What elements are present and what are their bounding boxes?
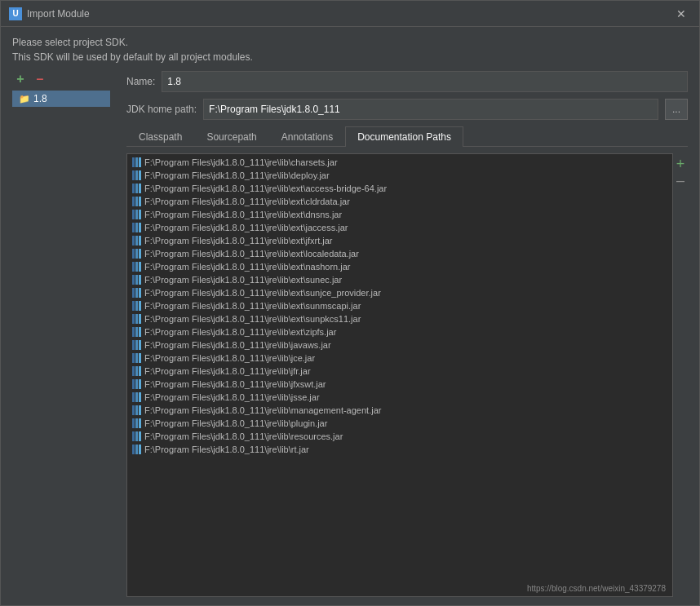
import-module-dialog: U Import Module ✕ Please select project …: [0, 0, 700, 606]
file-path: F:\Program Files\jdk1.8.0_111\jre\lib\ex…: [144, 184, 387, 193]
file-item: F:\Program Files\jdk1.8.0_111\jre\lib\ex…: [127, 221, 672, 234]
jar-icon: [132, 223, 141, 232]
list-remove-button[interactable]: –: [673, 173, 688, 188]
file-item: F:\Program Files\jdk1.8.0_111\jre\lib\ch…: [127, 156, 672, 169]
description-text: Please select project SDK. This SDK will…: [12, 35, 688, 64]
jdk-label: JDK home path:: [126, 104, 197, 115]
file-path: F:\Program Files\jdk1.8.0_111\jre\lib\ex…: [144, 262, 351, 272]
jar-icon: [132, 405, 141, 415]
remove-sdk-button[interactable]: –: [32, 71, 48, 87]
browse-button[interactable]: ...: [665, 99, 688, 120]
jar-icon: [132, 275, 141, 285]
tabs-row: Classpath Sourcepath Annotations Documen…: [126, 126, 688, 147]
file-item: F:\Program Files\jdk1.8.0_111\jre\lib\jf…: [127, 365, 672, 378]
jar-icon: [132, 157, 141, 167]
file-item: F:\Program Files\jdk1.8.0_111\jre\lib\ex…: [127, 234, 672, 247]
file-item: F:\Program Files\jdk1.8.0_111\jre\lib\re…: [127, 430, 672, 443]
dialog-title: Import Module: [27, 8, 90, 20]
jar-icon: [132, 262, 141, 272]
file-path: F:\Program Files\jdk1.8.0_111\jre\lib\ex…: [144, 223, 348, 232]
tab-annotations[interactable]: Annotations: [269, 126, 345, 147]
app-icon: U: [9, 7, 22, 20]
file-item: F:\Program Files\jdk1.8.0_111\jre\lib\ex…: [127, 312, 672, 325]
file-path: F:\Program Files\jdk1.8.0_111\jre\lib\ex…: [144, 314, 361, 324]
file-path: F:\Program Files\jdk1.8.0_111\jre\lib\js…: [144, 392, 320, 402]
jdk-path-input[interactable]: [203, 99, 658, 120]
jar-icon: [132, 301, 141, 311]
jar-icon: [132, 418, 141, 428]
jar-icon: [132, 170, 141, 180]
title-bar-left: U Import Module: [9, 7, 90, 20]
file-path: F:\Program Files\jdk1.8.0_111\jre\lib\de…: [144, 170, 330, 180]
jdk-path-row: JDK home path: ...: [126, 99, 688, 120]
name-label: Name:: [126, 76, 155, 87]
file-item: F:\Program Files\jdk1.8.0_111\jre\lib\pl…: [127, 417, 672, 430]
jar-icon: [132, 249, 141, 259]
file-list-section: F:\Program Files\jdk1.8.0_111\jre\lib\ch…: [126, 153, 688, 597]
close-button[interactable]: ✕: [671, 6, 691, 22]
title-bar: U Import Module ✕: [1, 1, 699, 27]
side-buttons: + –: [673, 153, 688, 597]
jar-icon: [132, 431, 141, 441]
file-item: F:\Program Files\jdk1.8.0_111\jre\lib\rt…: [127, 443, 672, 456]
file-item: F:\Program Files\jdk1.8.0_111\jre\lib\ex…: [127, 286, 672, 299]
file-item: F:\Program Files\jdk1.8.0_111\jre\lib\jf…: [127, 378, 672, 391]
file-path: F:\Program Files\jdk1.8.0_111\jre\lib\ex…: [144, 301, 361, 311]
jar-icon: [132, 379, 141, 389]
tab-sourcepath[interactable]: Sourcepath: [194, 126, 268, 147]
file-list-container[interactable]: F:\Program Files\jdk1.8.0_111\jre\lib\ch…: [126, 153, 673, 597]
name-input[interactable]: [162, 71, 688, 92]
file-list: F:\Program Files\jdk1.8.0_111\jre\lib\ch…: [127, 154, 672, 458]
jar-icon: [132, 353, 141, 363]
jar-icon: [132, 366, 141, 376]
dialog-body: Please select project SDK. This SDK will…: [1, 27, 699, 605]
file-path: F:\Program Files\jdk1.8.0_111\jre\lib\ja…: [144, 340, 331, 350]
list-add-button[interactable]: +: [673, 157, 688, 171]
jar-icon: [132, 445, 141, 454]
file-item: F:\Program Files\jdk1.8.0_111\jre\lib\ja…: [127, 338, 672, 352]
jar-icon: [132, 288, 141, 298]
file-path: F:\Program Files\jdk1.8.0_111\jre\lib\jf…: [144, 379, 326, 389]
file-item: F:\Program Files\jdk1.8.0_111\jre\lib\ex…: [127, 325, 672, 338]
content-area: + – 📁 1.8 Name: JDK home path:: [12, 71, 688, 597]
file-item: F:\Program Files\jdk1.8.0_111\jre\lib\ex…: [127, 299, 672, 312]
name-row: Name:: [126, 71, 688, 92]
file-path: F:\Program Files\jdk1.8.0_111\jre\lib\ex…: [144, 210, 342, 219]
jar-icon: [132, 327, 141, 337]
jar-icon: [132, 314, 141, 324]
file-item: F:\Program Files\jdk1.8.0_111\jre\lib\ex…: [127, 182, 672, 195]
file-item: F:\Program Files\jdk1.8.0_111\jre\lib\jc…: [127, 352, 672, 365]
jar-icon: [132, 210, 141, 219]
file-path: F:\Program Files\jdk1.8.0_111\jre\lib\ex…: [144, 249, 359, 259]
file-path: F:\Program Files\jdk1.8.0_111\jre\lib\ex…: [144, 327, 336, 337]
sdk-name: 1.8: [33, 93, 47, 104]
jar-icon: [132, 184, 141, 193]
jar-icon: [132, 340, 141, 350]
sdk-folder-icon: 📁: [19, 94, 30, 104]
watermark: https://blog.csdn.net/weixin_43379278: [527, 584, 666, 593]
file-path: F:\Program Files\jdk1.8.0_111\jre\lib\re…: [144, 431, 343, 441]
file-path: F:\Program Files\jdk1.8.0_111\jre\lib\ma…: [144, 405, 381, 415]
file-item: F:\Program Files\jdk1.8.0_111\jre\lib\ex…: [127, 208, 672, 221]
file-path: F:\Program Files\jdk1.8.0_111\jre\lib\pl…: [144, 418, 327, 428]
file-item: F:\Program Files\jdk1.8.0_111\jre\lib\js…: [127, 391, 672, 404]
file-item: F:\Program Files\jdk1.8.0_111\jre\lib\de…: [127, 169, 672, 182]
jar-icon: [132, 236, 141, 245]
left-panel: + – 📁 1.8: [12, 71, 118, 597]
sdk-list-item[interactable]: 📁 1.8: [12, 91, 110, 107]
tab-classpath[interactable]: Classpath: [126, 126, 194, 147]
file-path: F:\Program Files\jdk1.8.0_111\jre\lib\ex…: [144, 197, 350, 206]
file-path: F:\Program Files\jdk1.8.0_111\jre\lib\jf…: [144, 366, 311, 376]
sdk-toolbar: + –: [12, 71, 118, 87]
jar-icon: [132, 197, 141, 206]
file-item: F:\Program Files\jdk1.8.0_111\jre\lib\ex…: [127, 247, 672, 260]
file-path: F:\Program Files\jdk1.8.0_111\jre\lib\ch…: [144, 157, 338, 167]
tab-documentation-paths[interactable]: Documentation Paths: [345, 126, 463, 147]
file-path: F:\Program Files\jdk1.8.0_111\jre\lib\ex…: [144, 275, 342, 285]
file-item: F:\Program Files\jdk1.8.0_111\jre\lib\ex…: [127, 260, 672, 273]
file-path: F:\Program Files\jdk1.8.0_111\jre\lib\jc…: [144, 353, 315, 363]
add-sdk-button[interactable]: +: [12, 71, 29, 87]
file-path: F:\Program Files\jdk1.8.0_111\jre\lib\ex…: [144, 236, 332, 245]
file-path: F:\Program Files\jdk1.8.0_111\jre\lib\ex…: [144, 288, 381, 298]
jar-icon: [132, 392, 141, 402]
